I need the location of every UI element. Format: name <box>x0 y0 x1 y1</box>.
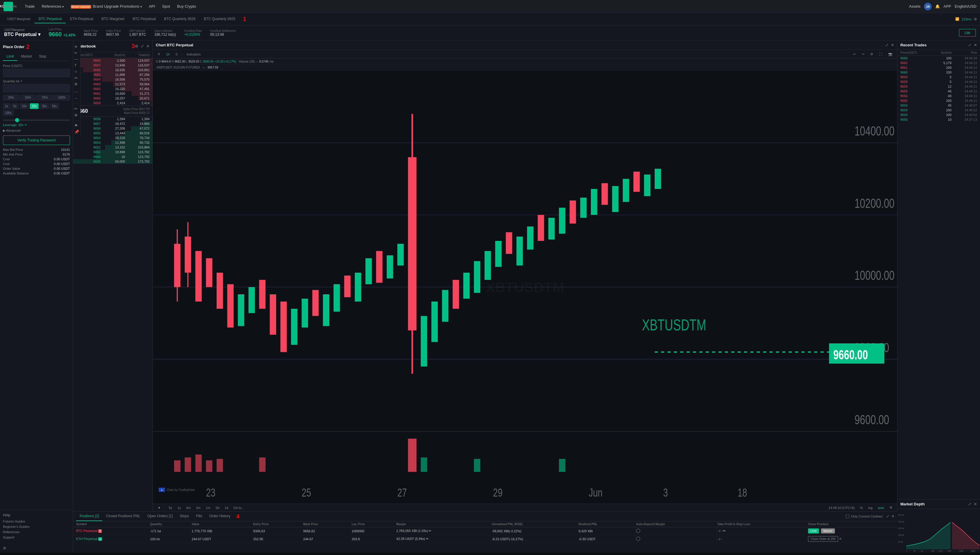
ob-sell-row[interactable]: 9662 16,220 47,491 <box>73 87 152 91</box>
tool-pin[interactable]: 📌 <box>74 130 79 134</box>
ob-settings-icon[interactable]: ⚙ <box>135 44 138 48</box>
qty-arrow[interactable]: ▾ <box>21 80 22 83</box>
footer-5y[interactable]: 5y <box>167 505 174 510</box>
tool-flag[interactable]: ⚑ <box>74 124 79 128</box>
ob-buy-row[interactable]: 9658 1,394 1,394 <box>73 117 152 121</box>
lev-100x[interactable]: 100x <box>3 110 14 116</box>
footer-3m[interactable]: 3m <box>194 505 202 510</box>
chart-expand-icon[interactable]: ⤢ <box>885 43 889 47</box>
toolbar-redo[interactable]: ↪ <box>860 52 866 57</box>
tool-measure[interactable]: ⇔ <box>74 75 79 80</box>
toolbar-settings[interactable]: ⚙ <box>868 52 875 57</box>
ob-buy-row[interactable]: 9650 19,898 123,782 <box>73 150 152 154</box>
tab-stop[interactable]: Stop <box>35 53 50 61</box>
ob-buy-row[interactable]: 9656 27,206 47,072 <box>73 126 152 131</box>
nav-app[interactable]: APP <box>943 4 951 8</box>
footer-auto[interactable]: auto <box>876 505 886 510</box>
ob-sell-row[interactable]: 9665 11,686 87,256 <box>73 72 152 77</box>
ob-buy-row[interactable]: 9653 11,998 90,732 <box>73 140 152 145</box>
pos1-margin-icon[interactable]: ✏ <box>428 529 431 533</box>
tool-horizontal-line[interactable]: — <box>74 57 79 61</box>
pct-75[interactable]: 75% <box>37 95 53 100</box>
depth-expand-icon[interactable]: ⤢ <box>968 502 972 506</box>
tool-zoom-in[interactable]: ⊕ <box>74 82 79 86</box>
tab-eth-perpetual[interactable]: ETH Perpetual <box>66 15 98 23</box>
ob-buy-row[interactable]: 9657 18,472 19,866 <box>73 121 152 126</box>
ob-expand-icon[interactable]: ⤢ <box>141 44 144 48</box>
advanced-link[interactable]: ▶ Advanced <box>3 129 70 133</box>
pos2-margin-icon[interactable]: ✏ <box>426 537 428 541</box>
ob-buy-row[interactable]: 9629 50,000 173,792 <box>73 159 152 164</box>
toolbar-undo[interactable]: ↩ <box>851 52 858 57</box>
toolbar-0[interactable]: 0 <box>174 52 179 57</box>
tab-usdt-margined[interactable]: USDT Margined <box>3 15 35 23</box>
help-beginners-guides[interactable]: Beginner's Guides <box>3 525 70 528</box>
pos2-auto-margin-toggle[interactable] <box>636 537 640 541</box>
tool-edit2[interactable]: ✏ <box>74 107 79 111</box>
footer-6m[interactable]: 6m <box>184 505 192 510</box>
tab-market[interactable]: Market <box>18 53 35 61</box>
toolbar-indicators[interactable]: Indicators <box>185 52 203 57</box>
tool-arrow-left[interactable]: ← <box>74 96 79 100</box>
tool-zoom-in2[interactable]: ⊕ <box>74 113 79 117</box>
logo[interactable]: KC FUTURES <box>3 2 15 11</box>
lev-35x[interactable]: 35x <box>40 103 49 109</box>
tab-closed-pnl[interactable]: Closed Positions PNL <box>102 512 144 521</box>
help-references[interactable]: References <box>3 530 70 534</box>
tab-open-orders[interactable]: Open Orders [1] <box>144 512 176 521</box>
nav-trade[interactable]: Trade <box>22 2 37 10</box>
footer-collapse[interactable]: ▼ <box>156 505 163 510</box>
footer-log[interactable]: log <box>866 505 874 510</box>
ob-buy-row[interactable]: 9654 18,218 78,734 <box>73 135 152 140</box>
pct-25[interactable]: 25% <box>3 95 19 100</box>
pos1-close-market-btn[interactable]: Market <box>821 528 835 533</box>
tab-btc-q0626[interactable]: BTC Quarterly 0626 <box>160 15 200 23</box>
tab-btc-q0925[interactable]: BTC Quarterly 0925 <box>200 15 240 23</box>
footer-1m[interactable]: 1m <box>204 505 212 510</box>
lev-5x[interactable]: 5x <box>11 103 19 109</box>
ob-sell-row[interactable]: 9663 11,573 59,064 <box>73 82 152 87</box>
footer-settings[interactable]: ⚙ <box>888 505 894 510</box>
tool-pen[interactable]: ✏ <box>74 51 79 55</box>
footer-1y[interactable]: 1y <box>176 505 183 510</box>
pos2-close-order-btn[interactable]: Close Order at 254 <box>808 536 838 542</box>
ob-sell-row[interactable]: 9664 16,506 75,570 <box>73 77 152 82</box>
footer-5d[interactable]: 5d <box>214 505 221 510</box>
tool-fibonacci[interactable]: ⊹ <box>74 69 79 74</box>
avatar[interactable]: JA <box>924 3 932 10</box>
bottom-close-icon[interactable]: ✕ <box>892 514 894 518</box>
ob-sell-row[interactable]: 9661 10,600 31,271 <box>73 91 152 96</box>
nav-notification[interactable]: 🔔 <box>935 4 940 8</box>
help-support[interactable]: Support <box>3 536 70 539</box>
tab-btc-margined[interactable]: BTC Margined <box>98 15 128 23</box>
pct-100[interactable]: 100% <box>54 95 70 100</box>
pair-name[interactable]: BTC Perpetual ▾ <box>4 32 40 37</box>
pos2-symbol-text[interactable]: ETH Perpetual <box>76 537 98 541</box>
pos1-symbol-text[interactable]: BTC Perpetual <box>76 529 98 533</box>
pos1-close-limit-btn[interactable]: Limit <box>808 528 819 533</box>
nav-buy-crypto[interactable]: Buy Crypto <box>174 2 199 10</box>
pct-50[interactable]: 50% <box>20 95 36 100</box>
tab-fills[interactable]: Fills <box>192 512 206 521</box>
nav-lang[interactable]: English/USD <box>954 4 977 8</box>
lev-1x[interactable]: 1x <box>3 103 10 109</box>
rt-expand-icon[interactable]: ⤢ <box>968 43 972 47</box>
nav-spot[interactable]: Spot <box>159 2 173 10</box>
toolbar-camera-icon[interactable]: 📷 <box>886 52 894 57</box>
leverage-slider[interactable] <box>3 120 70 121</box>
settings-icon[interactable]: ⚙ <box>974 17 977 21</box>
toolbar-1h[interactable]: 1h <box>164 52 171 57</box>
nav-promotions[interactable]: Brand Upgrade Brand Upgrade Promotions <box>68 2 145 10</box>
nav-references[interactable]: References <box>38 2 66 10</box>
tab-positions[interactable]: Positions [2] <box>76 512 102 521</box>
lite-button[interactable]: Lite <box>959 29 976 37</box>
ob-sell-row[interactable]: 9666 16,635 103,891 <box>73 67 152 72</box>
pos1-auto-margin-toggle[interactable] <box>636 529 640 533</box>
footer-goto[interactable]: Go to... <box>232 505 246 510</box>
bottom-expand-icon[interactable]: ⤢ <box>886 514 889 518</box>
tab-limit[interactable]: Limit <box>3 53 18 61</box>
tool-more[interactable]: ⋯ <box>74 90 79 94</box>
ob-buy-row[interactable]: 9644 10 123,792 <box>73 154 152 159</box>
ob-buy-row[interactable]: 9652 13,152 103,884 <box>73 145 152 150</box>
only-current-checkbox[interactable] <box>846 515 849 518</box>
